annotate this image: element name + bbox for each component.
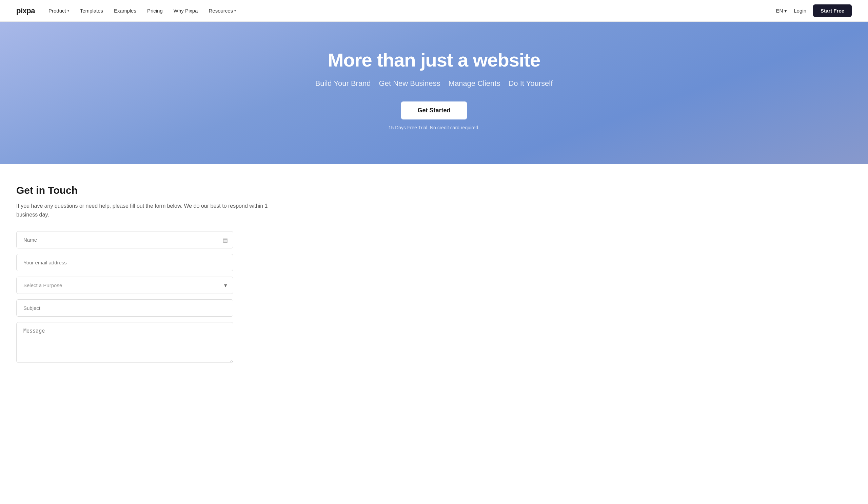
hero-subtitle-item-1: Build Your Brand: [315, 79, 371, 88]
section-title: Get in Touch: [16, 185, 275, 196]
contact-card-icon: ▤: [223, 236, 228, 243]
get-started-button[interactable]: Get Started: [401, 101, 466, 120]
contact-section: Get in Touch If you have any questions o…: [0, 164, 292, 384]
logo[interactable]: pixpa: [16, 7, 35, 15]
hero-subtitle-item-4: Do It Yourself: [508, 79, 553, 88]
subject-input[interactable]: [16, 299, 233, 317]
nav-label-why-pixpa: Why Pixpa: [174, 8, 198, 13]
nav-links: Product ▾ Templates Examples Pricing: [49, 8, 236, 13]
section-description: If you have any questions or need help, …: [16, 202, 275, 219]
navbar-left: pixpa Product ▾ Templates Examples: [16, 7, 236, 15]
nav-item-product[interactable]: Product ▾: [49, 8, 69, 13]
purpose-field-wrapper: Select a Purpose General Inquiry Technic…: [16, 276, 233, 294]
nav-label-examples: Examples: [114, 8, 136, 13]
nav-label-templates: Templates: [80, 8, 103, 13]
hero-subtitle-item-2: Get New Business: [379, 79, 441, 88]
message-field-wrapper: [16, 322, 233, 364]
nav-label-resources: Resources: [208, 8, 233, 13]
nav-label-product: Product: [49, 8, 66, 13]
lang-label: EN: [776, 8, 783, 13]
nav-item-templates[interactable]: Templates: [80, 8, 103, 13]
nav-item-why-pixpa[interactable]: Why Pixpa: [174, 8, 198, 13]
navbar-right: EN ▾ Login Start Free: [776, 4, 852, 17]
hero-subtitle-item-3: Manage Clients: [448, 79, 500, 88]
nav-item-resources[interactable]: Resources ▾: [208, 8, 236, 13]
nav-item-examples[interactable]: Examples: [114, 8, 136, 13]
hero-title: More than just a website: [328, 49, 540, 71]
hero-subtitle: Build Your Brand Get New Business Manage…: [315, 79, 553, 88]
name-input[interactable]: [16, 231, 233, 249]
subject-field-wrapper: [16, 299, 233, 317]
purpose-select[interactable]: Select a Purpose General Inquiry Technic…: [16, 276, 233, 294]
trial-text: 15 Days Free Trial. No credit card requi…: [389, 125, 479, 130]
hero-section: More than just a website Build Your Bran…: [0, 22, 868, 164]
nav-label-pricing: Pricing: [147, 8, 163, 13]
contact-form: ▤ Select a Purpose General Inquiry Techn…: [16, 231, 233, 364]
start-free-button[interactable]: Start Free: [813, 4, 852, 17]
chevron-down-icon: ▾: [68, 9, 69, 12]
nav-item-pricing[interactable]: Pricing: [147, 8, 163, 13]
message-input[interactable]: [16, 322, 233, 363]
login-link[interactable]: Login: [794, 8, 806, 13]
email-input[interactable]: [16, 254, 233, 271]
lang-selector[interactable]: EN ▾: [776, 8, 787, 14]
name-field-wrapper: ▤: [16, 231, 233, 249]
navbar: pixpa Product ▾ Templates Examples: [0, 0, 868, 22]
email-field-wrapper: [16, 254, 233, 271]
chevron-down-icon-lang: ▾: [784, 8, 787, 14]
chevron-down-icon-resources: ▾: [234, 9, 236, 12]
